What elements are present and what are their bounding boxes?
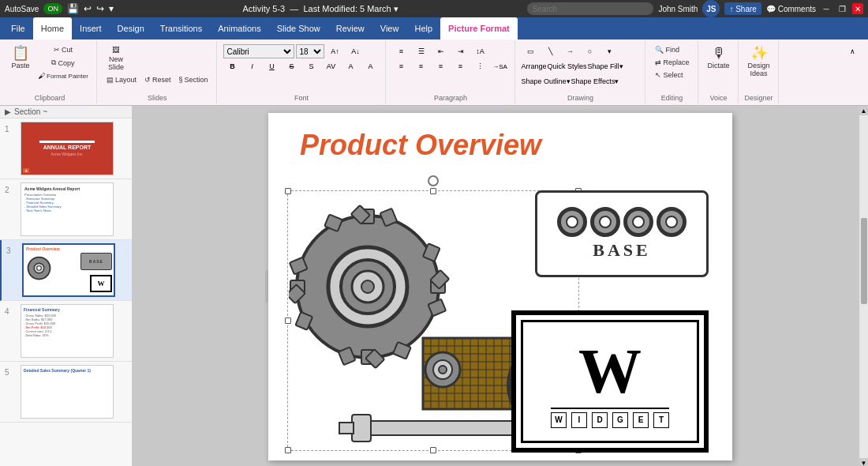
tab-animations[interactable]: Animations: [210, 17, 268, 39]
ribbon-group-paragraph: ≡ ☰ ⇤ ⇥ ↕A ≡ ≡ ≡ ≡ ⋮ →SA Paragraph: [387, 41, 515, 103]
increase-indent-button[interactable]: ⇥: [451, 44, 470, 58]
char-spacing-button[interactable]: AV: [322, 59, 341, 73]
font-shrink-button[interactable]: A↓: [346, 44, 365, 58]
comments-button[interactable]: 💬 Comments: [766, 5, 816, 13]
underline-button[interactable]: U: [263, 59, 282, 73]
widget-box[interactable]: W W I D G E T: [511, 310, 709, 453]
shape-arrow-button[interactable]: →: [561, 44, 580, 58]
section-button[interactable]: §Section: [175, 74, 211, 85]
paste-button[interactable]: 📋 Paste: [8, 44, 33, 71]
scroll-up-button[interactable]: ▲: [859, 106, 869, 115]
slide-thumb-1[interactable]: 1 ANNUAL REPORT Acme Widgets Inc. ★: [0, 118, 132, 179]
ribbon-group-designer: ✨ DesignIdeas Designer: [740, 41, 779, 103]
highlight-button[interactable]: A: [361, 59, 380, 73]
shadow-button[interactable]: S: [302, 59, 321, 73]
shape-circle-button[interactable]: ○: [581, 44, 600, 58]
autosave-label: AutoSave: [5, 5, 39, 13]
tab-review[interactable]: Review: [328, 17, 372, 39]
format-painter-button[interactable]: 🖌 Format Painter: [35, 70, 92, 81]
undo-button[interactable]: ↩: [84, 3, 92, 14]
font-grow-button[interactable]: A↑: [326, 44, 345, 58]
shape-rect-button[interactable]: ▭: [522, 44, 541, 58]
tab-picture-format[interactable]: Picture Format: [440, 17, 518, 39]
bullets-button[interactable]: ≡: [392, 44, 411, 58]
slides-label: Slides: [99, 94, 216, 102]
tab-transitions[interactable]: Transitions: [152, 17, 210, 39]
ribbon: 📋 Paste ✂ Cut ⧉ Copy 🖌 Format Painter Cl…: [0, 39, 868, 106]
numbering-button[interactable]: ☰: [412, 44, 431, 58]
scroll-track[interactable]: [860, 115, 868, 458]
tab-help[interactable]: Help: [406, 17, 440, 39]
section-collapse-icon[interactable]: ▶: [5, 107, 11, 116]
section-icon: §: [178, 76, 182, 84]
align-right-button[interactable]: ≡: [432, 59, 451, 73]
dictate-button[interactable]: 🎙 Dictate: [705, 44, 733, 71]
designer-label: Designer: [740, 94, 778, 102]
tab-file[interactable]: File: [3, 17, 33, 39]
slide-num-3: 3: [6, 246, 17, 255]
select-button[interactable]: ↖ Select: [652, 70, 687, 81]
ribbon-group-slides: 🖼 NewSlide ▤Layout ↺Reset §Section Slide…: [99, 41, 217, 103]
quick-styles-button[interactable]: Quick Styles: [548, 59, 587, 73]
layout-button[interactable]: ▤Layout: [103, 74, 140, 85]
voice-label: Voice: [700, 94, 738, 102]
tab-insert[interactable]: Insert: [72, 17, 110, 39]
shape-outline-button[interactable]: Shape Outline▾: [522, 74, 571, 88]
font-name-select[interactable]: Calibri: [223, 44, 294, 58]
align-left-button[interactable]: ≡: [392, 59, 411, 73]
widget-letter-t: T: [653, 412, 669, 428]
close-button[interactable]: ✕: [852, 3, 863, 14]
font-size-select[interactable]: 18: [296, 44, 324, 58]
tab-slideshow[interactable]: Slide Show: [269, 17, 328, 39]
rotate-handle[interactable]: [428, 175, 439, 186]
right-scrollbar[interactable]: ▲ ▼: [859, 106, 868, 466]
convert-smartart-button[interactable]: →SA: [491, 59, 510, 73]
restore-button[interactable]: ❐: [836, 3, 847, 14]
shape-line-button[interactable]: ╲: [541, 44, 560, 58]
shape-effects-button[interactable]: Shape Effects▾: [571, 74, 619, 88]
minimize-button[interactable]: ─: [821, 3, 832, 14]
text-direction-button[interactable]: ↕A: [471, 44, 490, 58]
widget-letter-w: W: [551, 412, 567, 428]
slide-thumb-2[interactable]: 2 Acme Widgets Annual Report Presentatio…: [0, 179, 132, 240]
ribbon-collapse-button[interactable]: ∧: [843, 44, 862, 58]
user-avatar[interactable]: JS: [702, 0, 720, 17]
strikethrough-button[interactable]: S: [282, 59, 301, 73]
replace-button[interactable]: ⇄ Replace: [652, 57, 693, 68]
align-center-button[interactable]: ≡: [412, 59, 431, 73]
search-input[interactable]: [527, 2, 653, 15]
new-slide-button[interactable]: 🖼 NewSlide: [103, 44, 129, 73]
tab-view[interactable]: View: [372, 17, 407, 39]
bold-button[interactable]: B: [223, 59, 242, 73]
reset-button[interactable]: ↺Reset: [141, 74, 174, 85]
ribbon-tab-bar: File Home Insert Design Transitions Anim…: [0, 17, 868, 39]
customize-button[interactable]: ▾: [109, 3, 114, 14]
redo-button[interactable]: ↪: [96, 3, 104, 14]
share-button[interactable]: ↑ Share: [724, 2, 761, 15]
scroll-thumb[interactable]: [861, 218, 867, 304]
title-bar: AutoSave ON 💾 ↩ ↪ ▾ Activity 5-3 — Last …: [0, 0, 868, 17]
canvas-area: ‹ Product Overview: [133, 106, 868, 466]
shape-more-button[interactable]: ▾: [600, 44, 619, 58]
slide-thumb-5[interactable]: 5 Detailed Sales Summary (Quarter 1): [0, 362, 132, 423]
design-ideas-button[interactable]: ✨ DesignIdeas: [745, 44, 773, 79]
tab-home[interactable]: Home: [33, 17, 72, 39]
decrease-indent-button[interactable]: ⇤: [432, 44, 451, 58]
arrange-button[interactable]: Arrange: [522, 59, 547, 73]
justify-button[interactable]: ≡: [451, 59, 470, 73]
find-button[interactable]: 🔍 Find: [652, 44, 683, 55]
copy-button[interactable]: ⧉ Copy: [35, 57, 92, 69]
tab-design[interactable]: Design: [110, 17, 152, 39]
column-button[interactable]: ⋮: [471, 59, 490, 73]
autosave-toggle[interactable]: ON: [43, 3, 62, 14]
slide-thumb-3[interactable]: 3 Product Overview BASE: [0, 240, 132, 301]
ribbon-group-editing: 🔍 Find ⇄ Replace ↖ Select Editing: [647, 41, 698, 103]
cut-button[interactable]: ✂ Cut: [35, 44, 92, 55]
font-color-button[interactable]: A: [342, 59, 361, 73]
italic-button[interactable]: I: [243, 59, 262, 73]
reset-icon: ↺: [144, 76, 151, 84]
slide-thumb-4[interactable]: 4 Financial Summary - Gross Sales: $22,0…: [0, 301, 132, 362]
save-button[interactable]: 💾: [67, 3, 79, 14]
scroll-down-button[interactable]: ▼: [859, 458, 869, 466]
shape-fill-button[interactable]: Shape Fill▾: [588, 59, 623, 73]
